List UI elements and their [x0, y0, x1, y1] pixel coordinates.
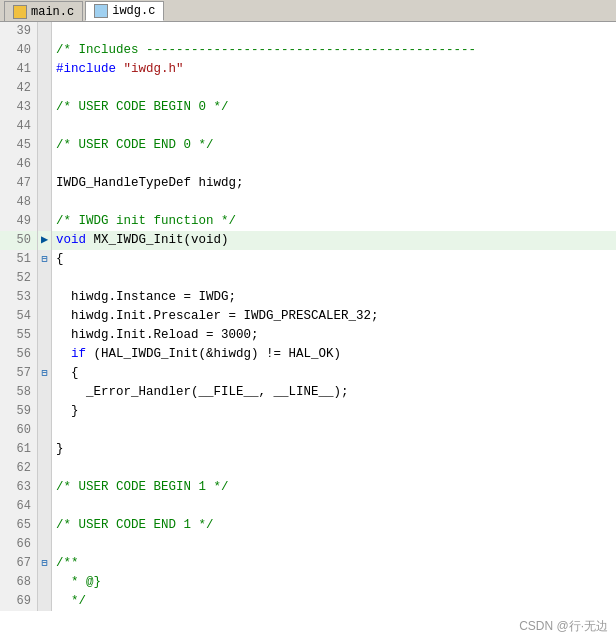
code-row: 52	[0, 269, 616, 288]
code-row: 62	[0, 459, 616, 478]
code-cell: /* IWDG init function */	[52, 212, 616, 231]
code-row: 57⊟ {	[0, 364, 616, 383]
code-row: 39	[0, 22, 616, 41]
code-row: 60	[0, 421, 616, 440]
code-cell: hiwdg.Instance = IWDG;	[52, 288, 616, 307]
token: /* USER CODE BEGIN 1 */	[56, 480, 229, 494]
fold-icon[interactable]: ⊟	[41, 364, 47, 383]
gutter-cell	[38, 421, 52, 440]
arrow-icon: ▶	[41, 231, 48, 250]
tab-main-c[interactable]: main.c	[4, 1, 83, 21]
gutter-cell	[38, 326, 52, 345]
code-row: 63/* USER CODE BEGIN 1 */	[0, 478, 616, 497]
tab-iwdg-c-label: iwdg.c	[112, 4, 155, 18]
code-row: 67⊟/**	[0, 554, 616, 573]
code-row: 48	[0, 193, 616, 212]
token	[116, 62, 124, 76]
code-row: 45/* USER CODE END 0 */	[0, 136, 616, 155]
code-cell: IWDG_HandleTypeDef hiwdg;	[52, 174, 616, 193]
gutter-cell	[38, 478, 52, 497]
line-number: 51	[0, 250, 38, 269]
code-cell	[52, 22, 616, 41]
gutter-cell	[38, 174, 52, 193]
gutter-cell	[38, 136, 52, 155]
code-cell: /* USER CODE BEGIN 1 */	[52, 478, 616, 497]
gutter-cell	[38, 269, 52, 288]
line-number: 63	[0, 478, 38, 497]
line-number: 68	[0, 573, 38, 592]
code-row: 66	[0, 535, 616, 554]
token	[56, 347, 71, 361]
code-row: 46	[0, 155, 616, 174]
gutter-cell	[38, 516, 52, 535]
code-row: 58 _Error_Handler(__FILE__, __LINE__);	[0, 383, 616, 402]
code-row: 59 }	[0, 402, 616, 421]
line-number: 47	[0, 174, 38, 193]
code-cell	[52, 155, 616, 174]
code-cell	[52, 117, 616, 136]
tab-main-c-label: main.c	[31, 5, 74, 19]
code-row: 49/* IWDG init function */	[0, 212, 616, 231]
line-number: 58	[0, 383, 38, 402]
token: hiwdg.Init.Prescaler = IWDG_PRESCALER_32…	[56, 309, 379, 323]
gutter-cell	[38, 212, 52, 231]
code-row: 69 */	[0, 592, 616, 611]
gutter-cell	[38, 117, 52, 136]
line-number: 56	[0, 345, 38, 364]
gutter-cell	[38, 345, 52, 364]
gutter-cell	[38, 440, 52, 459]
line-number: 53	[0, 288, 38, 307]
gutter-cell	[38, 22, 52, 41]
code-cell	[52, 421, 616, 440]
code-cell: /**	[52, 554, 616, 573]
code-row: 47IWDG_HandleTypeDef hiwdg;	[0, 174, 616, 193]
token: /* USER CODE END 1 */	[56, 518, 214, 532]
line-number: 43	[0, 98, 38, 117]
code-row: 40/* Includes --------------------------…	[0, 41, 616, 60]
code-row: 55 hiwdg.Init.Reload = 3000;	[0, 326, 616, 345]
token: /**	[56, 556, 79, 570]
line-number: 65	[0, 516, 38, 535]
token: hiwdg.Init.Reload = 3000;	[56, 328, 259, 342]
code-cell: /* USER CODE END 0 */	[52, 136, 616, 155]
code-row: 68 * @}	[0, 573, 616, 592]
token: }	[56, 442, 64, 456]
gutter-cell: ▶	[38, 231, 52, 250]
code-row: 43/* USER CODE BEGIN 0 */	[0, 98, 616, 117]
tab-iwdg-c[interactable]: iwdg.c	[85, 1, 164, 21]
token: /* USER CODE BEGIN 0 */	[56, 100, 229, 114]
code-cell: * @}	[52, 573, 616, 592]
code-row: 65/* USER CODE END 1 */	[0, 516, 616, 535]
token: "iwdg.h"	[124, 62, 184, 76]
line-number: 48	[0, 193, 38, 212]
code-cell: if (HAL_IWDG_Init(&hiwdg) != HAL_OK)	[52, 345, 616, 364]
token: {	[56, 252, 64, 266]
lines-container: 3940/* Includes ------------------------…	[0, 22, 616, 643]
gutter-cell	[38, 459, 52, 478]
fold-icon[interactable]: ⊟	[41, 554, 47, 573]
code-cell: _Error_Handler(__FILE__, __LINE__);	[52, 383, 616, 402]
code-cell: {	[52, 250, 616, 269]
line-number: 41	[0, 60, 38, 79]
line-number: 69	[0, 592, 38, 611]
code-row: 50▶void MX_IWDG_Init(void)	[0, 231, 616, 250]
gutter-cell: ⊟	[38, 364, 52, 383]
code-cell: void MX_IWDG_Init(void)	[52, 231, 616, 250]
gutter-cell	[38, 193, 52, 212]
gutter-cell	[38, 288, 52, 307]
token: if	[71, 347, 86, 361]
line-number: 40	[0, 41, 38, 60]
code-cell	[52, 535, 616, 554]
fold-icon[interactable]: ⊟	[41, 250, 47, 269]
code-cell	[52, 79, 616, 98]
token: void	[56, 233, 86, 247]
gutter-cell	[38, 402, 52, 421]
token: /* Includes ----------------------------…	[56, 43, 476, 57]
code-cell: /* Includes ----------------------------…	[52, 41, 616, 60]
line-number: 57	[0, 364, 38, 383]
code-cell: hiwdg.Init.Prescaler = IWDG_PRESCALER_32…	[52, 307, 616, 326]
code-cell	[52, 497, 616, 516]
token: */	[56, 594, 86, 608]
gutter-cell	[38, 60, 52, 79]
gutter-cell	[38, 98, 52, 117]
